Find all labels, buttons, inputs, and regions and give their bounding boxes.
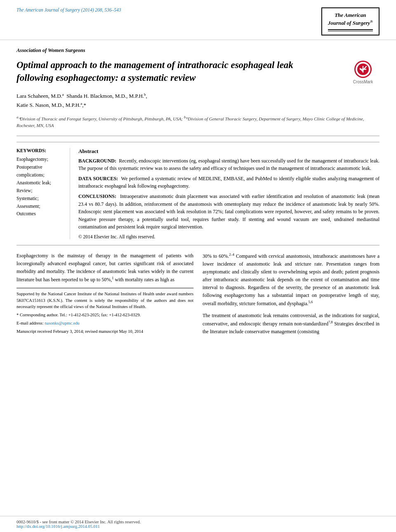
- journal-citation: The American Journal of Surgery (2014) 2…: [16, 7, 121, 12]
- footnotes-area: Supported by the National Cancer Institu…: [16, 288, 193, 335]
- title-row: Optimal approach to the management of in…: [16, 59, 380, 84]
- footnote-funding: Supported by the National Cancer Institu…: [16, 291, 193, 310]
- body-section: Esophagectomy is the mainstay of therapy…: [16, 252, 380, 340]
- journal-logo-box: The American Journal of Surgery®: [321, 7, 380, 35]
- abstract-background: BACKGROUND: Recently, endoscopic interve…: [78, 157, 380, 172]
- keyword-item: Anastomotic leak;: [16, 179, 66, 187]
- page-footer: 0002-9610/$ - see front matter © 2014 El…: [0, 516, 396, 532]
- abstract-conclusions: CONCLUSIONS: Intraoperative anastomotic …: [78, 193, 380, 231]
- conclusions-label: CONCLUSIONS:: [78, 193, 116, 199]
- page-wrapper: The American Journal of Surgery (2014) 2…: [0, 0, 396, 532]
- journal-logo-title: The American Journal of Surgery®: [328, 12, 373, 27]
- abstract-datasources: DATA SOURCES: We performed a systematic …: [78, 175, 380, 190]
- keyword-item: Outcomes: [16, 210, 66, 218]
- doi-link[interactable]: http://dx.doi.org/10.1016/j.amjsurg.2014…: [16, 524, 100, 529]
- association-label: Association of Women Surgeons: [16, 47, 380, 54]
- divider-top: [16, 136, 380, 136]
- crossmark-label: CrossMark: [353, 80, 373, 84]
- footer-doi: http://dx.doi.org/10.1016/j.amjsurg.2014…: [16, 524, 380, 529]
- top-header: The American Journal of Surgery (2014) 2…: [0, 0, 396, 40]
- abstract-title: Abstract: [78, 148, 380, 155]
- main-content: Association of Women Surgeons Optimal ap…: [0, 40, 396, 348]
- keyword-item: Assessment;: [16, 202, 66, 210]
- copyright-line: © 2014 Elsevier Inc. All rights reserved…: [78, 234, 380, 239]
- email-link[interactable]: nasonks@upmc.edu: [45, 321, 80, 325]
- data-label: DATA SOURCES:: [78, 176, 118, 181]
- body-para-1: Esophagectomy is the mainstay of therapy…: [16, 252, 193, 284]
- background-label: BACKGROUND:: [78, 158, 116, 164]
- abstract-col: Abstract BACKGROUND: Recently, endoscopi…: [78, 148, 380, 239]
- crossmark-icon: [354, 60, 372, 78]
- keyword-item: Review;: [16, 187, 66, 195]
- authors-block: Lara Schaheen, M.D.a Shanda H. Blackmon,…: [16, 92, 380, 110]
- body-col-right: 30% to 60%.2–4 Compared with cervical an…: [203, 252, 380, 340]
- crossmark-badge: CrossMark: [346, 60, 380, 84]
- content-columns: KEYWORDS: Esophagectomy; Postoperative c…: [16, 142, 380, 245]
- keyword-item: Esophagectomy;: [16, 155, 66, 163]
- body-col-left: Esophagectomy is the mainstay of therapy…: [16, 252, 193, 340]
- affiliations-block: aᵃDivision of Thoracic and Foregut Surge…: [16, 115, 380, 129]
- keywords-title: KEYWORDS:: [16, 148, 66, 153]
- article-title: Optimal approach to the management of in…: [16, 59, 330, 84]
- keywords-list: Esophagectomy; Postoperative complicatio…: [16, 155, 66, 218]
- footnote-email: E-mail address: nasonks@upmc.edu: [16, 320, 193, 327]
- keyword-item: Postoperative: [16, 163, 66, 171]
- body-para-right-2: The treatment of anastomotic leak remain…: [203, 312, 380, 336]
- body-para-right-1: 30% to 60%.2–4 Compared with cervical an…: [203, 252, 380, 308]
- keyword-item: complications;: [16, 171, 66, 179]
- keyword-item: Systematic;: [16, 195, 66, 202]
- footnote-corresponding: * Corresponding author. Tel.: +1-412-623…: [16, 312, 193, 318]
- footer-issn: 0002-9610/$ - see front matter © 2014 El…: [16, 520, 380, 524]
- footnote-manuscript: Manuscript received February 3, 2014; re…: [16, 328, 193, 335]
- keywords-col: KEYWORDS: Esophagectomy; Postoperative c…: [16, 148, 70, 239]
